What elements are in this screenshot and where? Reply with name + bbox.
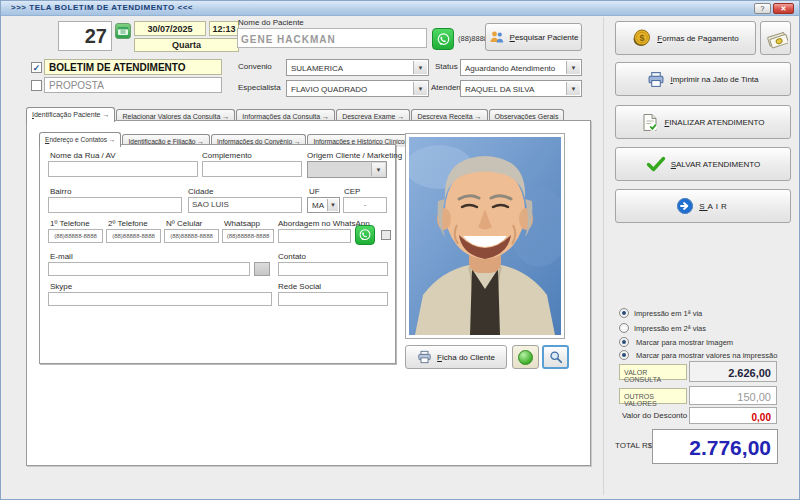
chevron-down-icon[interactable]: ▼: [413, 61, 427, 74]
radio-print-1via[interactable]: [619, 308, 629, 318]
convenio-value: SULAMERICA: [291, 63, 343, 72]
especialista-select[interactable]: FLAVIO QUADRADO ▼: [286, 80, 429, 97]
convenio-label: Convenio: [238, 62, 272, 71]
whatsapp-icon[interactable]: [432, 28, 454, 50]
cep-label: CEP: [344, 187, 360, 196]
print-inkjet-button[interactable]: Imprimir na Jato de Tinta: [615, 62, 791, 96]
atendente-select[interactable]: RAQUEL DA SILVA ▼: [460, 80, 582, 97]
proposta-checkbox[interactable]: [31, 80, 42, 91]
ficha-cliente-button[interactable]: Ficha do Cliente: [405, 345, 507, 369]
payment-label: Formas de Pagamento: [657, 34, 738, 43]
phone2-input[interactable]: (88)88888-8888: [106, 229, 161, 243]
chevron-down-icon[interactable]: ▼: [413, 82, 427, 95]
main-tab-strip: Identificação Paciente →Relacionar Valor…: [26, 104, 592, 121]
phone2-label: 2º Telefone: [108, 219, 148, 228]
status-select[interactable]: Aguardando Atendimento ▼: [460, 59, 582, 76]
printer-icon: [647, 71, 665, 88]
uf-value: MA: [312, 201, 324, 210]
skype-input[interactable]: [48, 292, 272, 306]
contact-input[interactable]: [278, 262, 388, 276]
status-value: Aguardando Atendimento: [465, 63, 555, 72]
sub-tab-strip: Endereço e Contatos →Identificação e Fil…: [39, 129, 399, 145]
chevron-down-icon[interactable]: ▼: [566, 82, 580, 95]
chevron-down-icon[interactable]: ▼: [327, 199, 338, 211]
window-title: >>> TELA BOLETIM DE ATENDIMENTO <<<: [11, 3, 193, 12]
record-number-box[interactable]: 27: [58, 21, 112, 51]
whatsapp-icon[interactable]: [355, 225, 375, 245]
wa-option-checkbox[interactable]: [381, 230, 391, 240]
total-label: TOTAL R$: [615, 441, 652, 450]
street-input[interactable]: [48, 161, 198, 177]
coin-icon: $: [632, 28, 652, 48]
print-inkjet-label: Imprimir na Jato de Tinta: [670, 75, 758, 84]
email-action-button[interactable]: [254, 262, 270, 276]
chevron-down-icon[interactable]: ▼: [371, 163, 385, 176]
patient-portrait-image: [409, 137, 561, 335]
document-check-icon: [641, 113, 659, 132]
exit-label: SAIR: [699, 202, 730, 211]
calendar-icon[interactable]: [115, 23, 131, 39]
radio-print-2vias-label: Impressão em 2ª vias: [634, 324, 706, 333]
convenio-select[interactable]: SULAMERICA ▼: [286, 59, 429, 76]
patient-name-label: Nome do Paciente: [238, 18, 304, 27]
radio-show-image[interactable]: [619, 337, 629, 347]
especialista-label: Especialista: [238, 83, 281, 92]
date-box[interactable]: 30/07/2025: [134, 21, 206, 36]
contact-label: Contato: [278, 252, 306, 261]
city-input[interactable]: SAO LUIS: [188, 197, 302, 213]
email-input[interactable]: [48, 262, 250, 276]
skype-label: Skype: [50, 282, 72, 291]
finish-attendance-button[interactable]: FINALIZAR ATENDIMENTO: [615, 105, 791, 139]
chevron-down-icon[interactable]: ▼: [566, 61, 580, 74]
radio-show-values[interactable]: [619, 350, 629, 360]
checkmark-icon: ✓: [33, 63, 41, 73]
uf-select[interactable]: MA ▼: [307, 197, 340, 213]
boletim-atendimento-window: >>> TELA BOLETIM DE ATENDIMENTO <<< ? ✕ …: [0, 0, 800, 500]
zoom-photo-button[interactable]: [542, 345, 569, 369]
total-value: 2.776,00: [652, 429, 778, 464]
tab-identificacao-paciente[interactable]: Identificação Paciente →: [26, 107, 115, 122]
phone1-input[interactable]: (88)88888-8888: [48, 229, 103, 243]
complement-input[interactable]: [202, 161, 302, 177]
social-label: Rede Social: [278, 282, 321, 291]
time-box: 12:13: [209, 21, 239, 36]
social-input[interactable]: [278, 292, 388, 306]
ficha-cliente-label: Ficha do Cliente: [437, 353, 495, 362]
atendente-value: RAQUEL DA SILVA: [465, 84, 534, 93]
tab-endereco-contatos[interactable]: Endereço e Contatos →: [39, 132, 121, 147]
webcam-button[interactable]: [512, 345, 539, 369]
patient-name-input[interactable]: GENE HACKMAN: [237, 28, 427, 48]
tab-label: Informações da Consulta →: [242, 113, 329, 120]
wa-approach-input[interactable]: [278, 229, 351, 243]
boletim-checkbox[interactable]: ✓: [31, 62, 42, 73]
search-patient-label: Pesquisar Paciente: [510, 33, 579, 42]
save-attendance-button[interactable]: SALVAR ATENDIMENTO: [615, 147, 791, 181]
patients-icon: [489, 30, 505, 44]
valor-consulta-value[interactable]: 2.626,00: [689, 361, 777, 382]
cep-input[interactable]: -: [343, 197, 387, 213]
email-label: E-mail: [50, 252, 73, 261]
outros-valores-label: OUTROS VALORES: [619, 388, 687, 404]
help-button[interactable]: ?: [754, 3, 771, 14]
cell-input[interactable]: (88)88888-8888: [164, 229, 219, 243]
outros-valores-value[interactable]: 150,00: [689, 386, 777, 405]
tab-label: Endereço e Contatos →: [45, 136, 115, 143]
radio-print-2vias[interactable]: [619, 323, 629, 333]
radio-show-image-label: Marcar para mostrar Imagem: [636, 338, 733, 347]
cell-label: Nº Celular: [166, 219, 202, 228]
address-contacts-panel: Nome da Rua / AV Complemento Origem Clie…: [39, 144, 396, 364]
whatsapp-label: Whatsapp: [224, 219, 260, 228]
desconto-value[interactable]: 0,00: [689, 407, 777, 424]
radio-show-values-label: Marcar para mostrar valores na impressão: [636, 351, 777, 360]
save-attendance-label: SALVAR ATENDIMENTO: [671, 160, 761, 169]
payment-button[interactable]: $ Formas de Pagamento: [615, 21, 756, 55]
search-patient-button[interactable]: Pesquisar Paciente: [485, 23, 582, 51]
whatsapp-input[interactable]: (88)88888-8888: [222, 229, 274, 243]
money-receipt-button[interactable]: [760, 21, 791, 55]
help-icon: ?: [761, 5, 765, 12]
exit-button[interactable]: SAIR: [615, 189, 791, 223]
district-input[interactable]: [48, 197, 182, 213]
city-label: Cidade: [188, 187, 213, 196]
close-button[interactable]: ✕: [773, 3, 794, 14]
origin-select[interactable]: ▼: [307, 161, 387, 178]
